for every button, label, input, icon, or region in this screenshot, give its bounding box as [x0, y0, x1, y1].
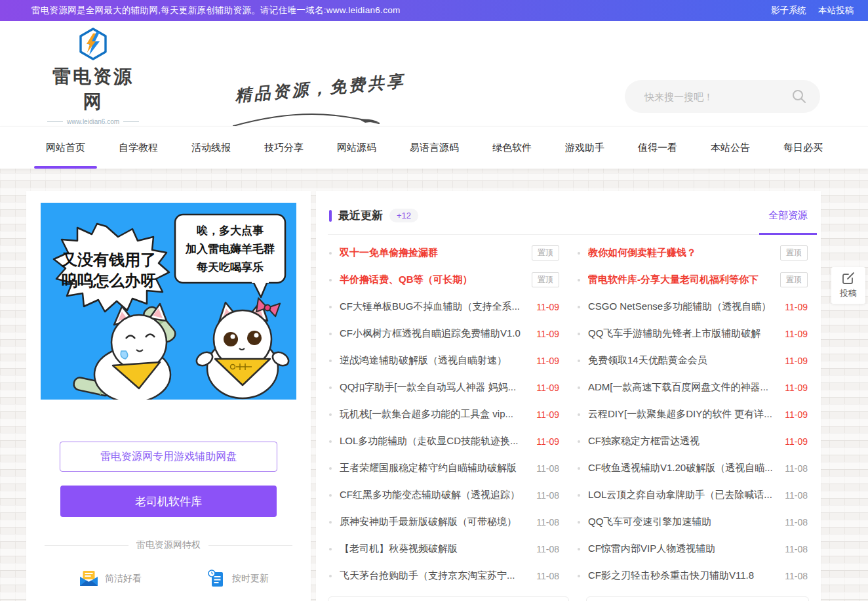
article-row[interactable]: 双十一免单偷撸捡漏群 置顶 [329, 239, 559, 266]
article-row[interactable]: 逆战鸿途辅助破解版（透视自瞄射速） 11-09 [329, 347, 559, 374]
article-row[interactable]: CF独家稳定方框雷达透视 11-09 [578, 428, 808, 455]
article-row[interactable]: 王者荣耀国服稳定椿守约自瞄辅助破解版 11-08 [329, 455, 559, 482]
article-title[interactable]: 云程DIY[一款聚集超多DIY的软件 更有详... [588, 408, 778, 421]
article-title[interactable]: QQ飞车手游辅助先锋者上市版辅助破解 [588, 327, 778, 340]
article-date: 11-09 [536, 383, 559, 393]
software-library-button[interactable]: 老司机软件库 [60, 486, 277, 517]
article-row[interactable]: 雷电软件库-分享大量老司机福利等你下 置顶 [578, 266, 808, 293]
article-date: 11-09 [785, 356, 808, 366]
article-title[interactable]: 王者荣耀国服稳定椿守约自瞄辅助破解版 [340, 462, 530, 474]
bullet-icon [578, 548, 580, 550]
article-row[interactable]: CF影之刃轻击秒杀重击快刀辅助V11.8 11-08 [578, 562, 808, 589]
article-row[interactable]: 飞天茅台抢购助手（支持京东淘宝苏宁... 11-08 [329, 562, 559, 589]
bullet-icon [578, 440, 580, 443]
article-title[interactable]: CF影之刃轻击秒杀重击快刀辅助V11.8 [588, 570, 778, 582]
all-resources-link[interactable]: 全部资源 [768, 209, 808, 222]
feature-item: 简洁好看 [41, 570, 168, 587]
privileges-divider: 雷电资源网特权 [45, 539, 292, 551]
banner-box[interactable] [586, 596, 809, 601]
nav-item[interactable]: 网站源码 [325, 127, 388, 169]
article-row[interactable]: CF惊雷内部VIP人物透视辅助 11-08 [578, 535, 808, 562]
article-title[interactable]: 免费领取14天优酷黄金会员 [588, 354, 778, 367]
bullet-icon [329, 467, 332, 470]
nav-item[interactable]: 绿色软件 [481, 127, 543, 169]
banner-box[interactable] [328, 596, 569, 601]
article-title[interactable]: QQ扣字助手[一款全自动骂人神器 妈妈... [340, 381, 530, 394]
article-title[interactable]: 飞天茅台抢购助手（支持京东淘宝苏宁... [340, 570, 530, 582]
submit-post-button[interactable]: 投稿 [831, 267, 865, 304]
article-row[interactable]: 免费领取14天优酷黄金会员 11-09 [578, 347, 808, 374]
article-row[interactable]: 原神安神助手最新版破解版（可带秘境） 11-08 [329, 508, 559, 535]
article-date: 11-09 [785, 329, 808, 339]
article-date: 11-09 [536, 302, 559, 312]
article-row[interactable]: QQ扣字助手[一款全自动骂人神器 妈妈... 11-09 [329, 374, 559, 401]
article-row[interactable]: CF小枫树方框透视自瞄追踪免费辅助V1.0 11-09 [329, 320, 559, 347]
bullet-icon [578, 413, 580, 416]
header: 雷电资源网 www.leidian6.com 精品资源，免费共享 [0, 21, 868, 126]
article-title[interactable]: 【老司机】秋葵视频破解版 [340, 543, 530, 555]
bullet-icon [329, 306, 332, 308]
search-icon[interactable] [791, 89, 807, 104]
announcement-bar: 雷电资源网是全网最大的辅助网,每天更新原创辅助资源。请记住唯一域名:www.le… [0, 0, 868, 21]
article-title[interactable]: 双十一免单偷撸捡漏群 [340, 247, 525, 259]
article-row[interactable]: CF红黑多功能变态辅助破解（透视追踪） 11-08 [329, 482, 559, 508]
article-date: 11-09 [785, 383, 808, 393]
article-title[interactable]: CF惊雷内部VIP人物透视辅助 [588, 543, 778, 555]
bullet-icon [329, 360, 332, 362]
article-title[interactable]: CSGO NetSense多功能辅助（透视自瞄） [588, 300, 778, 313]
article-title[interactable]: QQ飞车可变速引擎加速辅助 [588, 516, 778, 528]
main-nav: 网站首页自学教程活动线报技巧分享网站源码易语言源码绿色软件游戏助手值得一看本站公… [0, 126, 868, 169]
article-title[interactable]: 玩机栈[一款集合超多功能的工具盒 vip... [340, 408, 530, 421]
article-row[interactable]: ADM[一款高速下载百度网盘文件的神器... 11-09 [578, 374, 808, 401]
bullet-icon [578, 386, 580, 389]
nav-item[interactable]: 易语言源码 [398, 127, 471, 169]
article-title[interactable]: 雷电软件库-分享大量老司机福利等你下 [588, 274, 774, 286]
article-row[interactable]: CSGO NetSense多功能辅助（透视自瞄） 11-09 [578, 293, 808, 320]
topbar-links: 影子系统本站投稿 [771, 5, 854, 16]
site-logo[interactable]: 雷电资源网 www.leidian6.com [47, 28, 139, 125]
article-row[interactable]: CF大锤单板BUG不掉血辅助（支持全系... 11-09 [329, 293, 559, 320]
article-row[interactable]: 教你如何倒卖鞋子赚钱？ 置顶 [578, 239, 808, 266]
article-title[interactable]: 逆战鸿途辅助破解版（透视自瞄射速） [340, 354, 530, 367]
pinned-badge: 置顶 [532, 272, 559, 287]
article-row[interactable]: LOL多功能辅助（走砍显CD技能轨迹换... 11-09 [329, 428, 559, 455]
article-title[interactable]: LOL云顶之弈自动拿牌助手（已去除喊话... [588, 489, 778, 501]
article-title[interactable]: CF小枫树方框透视自瞄追踪免费辅助V1.0 [340, 327, 530, 340]
article-title[interactable]: CF牧鱼透视辅助V1.20破解版（透视自瞄... [588, 462, 778, 474]
article-title[interactable]: ADM[一款高速下载百度网盘文件的神器... [588, 381, 778, 394]
article-row[interactable]: LOL云顶之弈自动拿牌助手（已去除喊话... 11-08 [578, 482, 808, 508]
topbar-link[interactable]: 影子系统 [771, 5, 806, 16]
article-row[interactable]: 半价撸话费、QB等（可长期） 置顶 [329, 266, 559, 293]
bullet-icon [578, 306, 580, 308]
nav-item[interactable]: 游戏助手 [553, 127, 616, 169]
logo-title: 雷电资源网 [47, 64, 139, 114]
nav-item[interactable]: 技巧分享 [252, 127, 315, 169]
article-row[interactable]: 云程DIY[一款聚集超多DIY的软件 更有详... 11-09 [578, 401, 808, 428]
article-title[interactable]: CF大锤单板BUG不掉血辅助（支持全系... [340, 300, 530, 313]
article-row[interactable]: QQ飞车手游辅助先锋者上市版辅助破解 11-09 [578, 320, 808, 347]
article-row[interactable]: 玩机栈[一款集合超多功能的工具盒 vip... 11-09 [329, 401, 559, 428]
nav-item[interactable]: 网站首页 [34, 127, 97, 169]
article-row[interactable]: 【老司机】秋葵视频破解版 11-08 [329, 535, 559, 562]
nav-item[interactable]: 本站公告 [699, 127, 762, 169]
article-title[interactable]: LOL多功能辅助（走砍显CD技能轨迹换... [340, 435, 530, 447]
article-title[interactable]: CF红黑多功能变态辅助破解（透视追踪） [340, 489, 530, 501]
article-title[interactable]: 教你如何倒卖鞋子赚钱？ [588, 247, 774, 259]
promo-comic-image[interactable]: 又没有钱用了 呜呜怎么办呀 唉，多大点事 加入雷电薅羊毛群 每天吃喝享乐 [41, 203, 296, 400]
article-lists: 双十一免单偷撸捡漏群 置顶 半价撸话费、QB等（可长期） 置顶 CF大锤单板BU… [328, 235, 809, 589]
article-row[interactable]: CF牧鱼透视辅助V1.20破解版（透视自瞄... 11-08 [578, 455, 808, 482]
bullet-icon [578, 521, 580, 524]
article-title[interactable]: CF独家稳定方框雷达透视 [588, 435, 778, 447]
game-netdisk-button[interactable]: 雷电资源网专用游戏辅助网盘 [60, 442, 277, 472]
nav-item[interactable]: 每日必买 [772, 127, 835, 169]
article-date: 11-08 [536, 463, 559, 474]
search-input[interactable] [643, 91, 791, 103]
nav-item[interactable]: 值得一看 [626, 127, 689, 169]
page: { "topbar": { "announcement": "雷电资源网是全网最… [0, 0, 868, 601]
nav-item[interactable]: 活动线报 [180, 127, 243, 169]
topbar-link[interactable]: 本站投稿 [818, 5, 854, 16]
article-title[interactable]: 半价撸话费、QB等（可长期） [340, 274, 525, 286]
article-row[interactable]: QQ飞车可变速引擎加速辅助 11-08 [578, 508, 808, 535]
article-title[interactable]: 原神安神助手最新版破解版（可带秘境） [340, 516, 530, 528]
nav-item[interactable]: 自学教程 [107, 127, 170, 169]
